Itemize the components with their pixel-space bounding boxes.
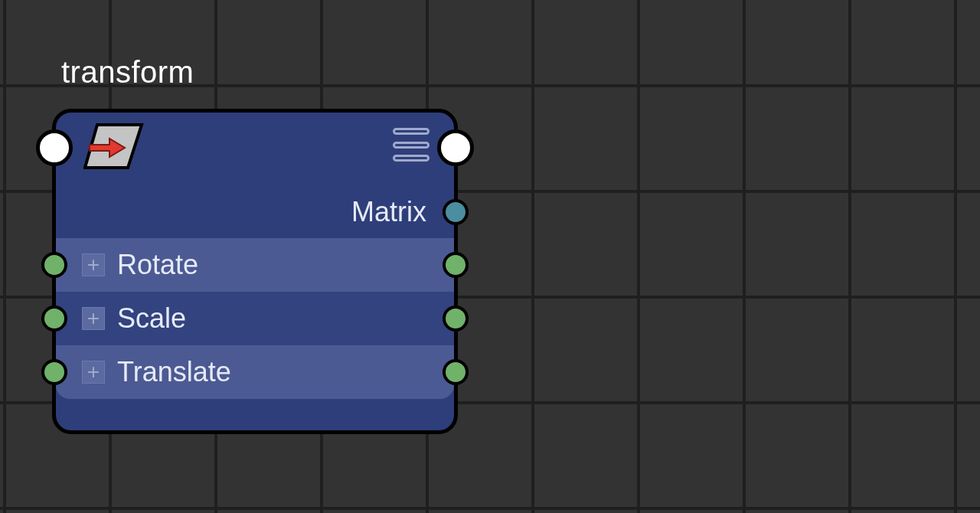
param-label-translate: Translate — [117, 356, 231, 388]
param-label-scale: Scale — [117, 302, 186, 335]
output-row-matrix: Matrix — [56, 186, 454, 238]
expand-icon-translate[interactable]: + — [82, 361, 105, 384]
output-socket-translate[interactable] — [443, 359, 469, 385]
output-socket-rotate[interactable] — [443, 252, 469, 278]
expand-icon-rotate[interactable]: + — [82, 253, 105, 276]
transform-node[interactable]: Matrix + Rotate + Scale + Translate — [52, 109, 458, 434]
expand-icon-scale[interactable]: + — [82, 307, 105, 330]
param-label-rotate: Rotate — [117, 249, 198, 281]
output-socket-scale[interactable] — [443, 306, 469, 332]
input-socket-rotate[interactable] — [41, 252, 67, 278]
input-socket-translate[interactable] — [41, 359, 67, 385]
menu-bar-3 — [393, 155, 430, 162]
transform-geometry-icon — [83, 123, 145, 173]
param-row-scale: + Scale — [56, 292, 454, 345]
node-graph-canvas[interactable]: transform Matrix + — [0, 0, 980, 513]
output-label-matrix: Matrix — [351, 196, 426, 228]
menu-icon[interactable] — [393, 128, 430, 162]
menu-bar-1 — [393, 128, 430, 135]
param-row-rotate: + Rotate — [56, 238, 454, 292]
node-title: transform — [61, 55, 194, 90]
output-socket-matrix[interactable] — [443, 199, 469, 225]
menu-bar-2 — [393, 142, 430, 149]
input-socket-scale[interactable] — [41, 306, 67, 332]
param-row-translate: + Translate — [56, 345, 454, 399]
node-header — [56, 113, 454, 186]
